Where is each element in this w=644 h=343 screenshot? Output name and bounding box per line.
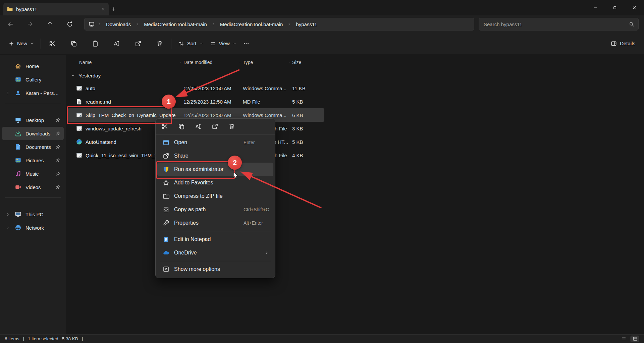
share-button[interactable]	[211, 122, 219, 131]
open-icon	[163, 139, 169, 146]
menu-item-open[interactable]: OpenEnter	[157, 136, 273, 149]
copy-button[interactable]	[177, 122, 186, 131]
sidebar-item-downloads[interactable]: Downloads	[2, 127, 64, 140]
menu-item-compress-to-zip-file[interactable]: Compress to ZIP file	[157, 189, 273, 203]
details-pane-button[interactable]: Details	[607, 38, 639, 49]
back-button[interactable]	[4, 18, 17, 31]
more-options-button[interactable]	[240, 38, 253, 49]
title-bar: bypass11	[0, 0, 644, 15]
menu-item-properties[interactable]: PropertiesAlt+Enter	[157, 216, 273, 230]
paste-button[interactable]	[89, 38, 102, 50]
sidebar-item-home[interactable]: Home	[2, 59, 64, 73]
search-box[interactable]	[479, 18, 639, 31]
column-header-date-modified[interactable]: Date modified	[181, 60, 240, 65]
thumbnail-view-button[interactable]	[631, 336, 639, 342]
copy-button[interactable]	[67, 38, 80, 50]
breadcrumb-segment[interactable]: bypass11	[294, 21, 319, 28]
sidebar-item-music[interactable]: Music	[2, 167, 64, 180]
monitor-icon	[89, 21, 95, 27]
file-name: readme.md	[86, 99, 111, 105]
rename-button[interactable]	[110, 38, 123, 50]
this-pc-icon	[15, 211, 21, 218]
sidebar-item-label: Home	[25, 63, 60, 69]
chevron-right-icon	[265, 251, 269, 255]
sidebar-item-gallery[interactable]: Gallery	[2, 73, 64, 86]
menu-item-share[interactable]: Share	[157, 149, 273, 163]
column-header-size[interactable]: Size	[289, 60, 324, 65]
sidebar-divider	[5, 197, 61, 197]
view-button[interactable]: View	[207, 38, 240, 49]
pin-icon	[55, 171, 60, 176]
address-bar[interactable]: DownloadsMediaCreationTool.bat-mainMedia…	[84, 18, 474, 31]
new-button[interactable]: New	[5, 38, 37, 49]
minimize-button[interactable]	[586, 0, 605, 15]
new-plus-icon	[9, 41, 14, 46]
close-button[interactable]	[625, 0, 644, 15]
column-header-type[interactable]: Type	[240, 60, 289, 65]
status-bar: 6 items | 1 item selected 5.38 KB |	[0, 334, 644, 343]
tab-close-icon[interactable]	[101, 7, 105, 11]
properties-icon	[163, 220, 169, 226]
refresh-button[interactable]	[63, 18, 76, 31]
sidebar-item-karan-personal[interactable]: Karan - Personal	[2, 86, 64, 100]
navigation-buttons	[4, 18, 76, 31]
sidebar-item-this-pc[interactable]: This PC	[2, 208, 64, 221]
menu-item-shortcut: Ctrl+Shift+C	[244, 207, 269, 212]
delete-icon	[156, 40, 163, 47]
sidebar-item-documents[interactable]: Documents	[2, 140, 64, 154]
list-view-icon	[621, 336, 626, 341]
file-list-pane: Name Date modified Type Size Yesterday a…	[66, 55, 644, 334]
toolbar-separator	[171, 39, 171, 49]
address-row: DownloadsMediaCreationTool.bat-mainMedia…	[0, 15, 644, 33]
toolbar-icon-buttons	[46, 38, 166, 50]
search-input[interactable]	[483, 21, 626, 27]
new-tab-button[interactable]	[108, 4, 119, 14]
file-row-auto[interactable]: auto12/25/2023 12:50 AMWindows Comma...1…	[68, 81, 324, 95]
menu-item-label: Properties	[174, 220, 199, 226]
rename-button[interactable]	[194, 122, 203, 131]
sidebar-item-pictures[interactable]: Pictures	[2, 154, 64, 167]
delete-button[interactable]	[153, 38, 166, 50]
cut-button[interactable]	[46, 38, 59, 50]
explorer-tab[interactable]: bypass11	[3, 3, 109, 15]
sidebar-item-network[interactable]: Network	[2, 221, 64, 234]
chevron-right-icon	[6, 91, 15, 95]
pictures-icon	[15, 157, 21, 164]
breadcrumb-segment[interactable]: Downloads	[104, 21, 132, 28]
sort-button-label: Sort	[187, 41, 197, 46]
sidebar-item-videos[interactable]: Videos	[2, 180, 64, 194]
forward-button[interactable]	[24, 18, 37, 31]
details-view-button[interactable]	[619, 336, 628, 342]
music-icon	[15, 170, 21, 177]
pin-icon	[55, 185, 60, 190]
menu-item-label: Edit in Notepad	[174, 236, 211, 242]
up-button[interactable]	[44, 18, 56, 31]
menu-item-show-more-options[interactable]: Show more options	[157, 263, 273, 276]
menu-item-edit-in-notepad[interactable]: Edit in Notepad	[157, 233, 273, 246]
menu-item-add-to-favorites[interactable]: Add to Favorites	[157, 176, 273, 189]
share-button[interactable]	[131, 38, 145, 50]
menu-item-run-as-administrator[interactable]: Run as administrator	[157, 163, 273, 176]
file-name-cell: readme.md	[68, 98, 181, 105]
breadcrumb-segment[interactable]: MediaCreationTool.bat-main	[218, 21, 285, 28]
pin-icon	[55, 145, 60, 150]
chevron-down-icon	[71, 73, 75, 77]
column-header-name[interactable]: Name	[68, 60, 181, 65]
menu-item-onedrive[interactable]: OneDrive	[157, 246, 273, 260]
file-name-cell: auto	[68, 85, 181, 92]
file-row-readme-md[interactable]: readme.md12/25/2023 12:50 AMMD File5 KB	[68, 95, 324, 108]
rename-icon	[113, 40, 120, 47]
maximize-button[interactable]	[605, 0, 625, 15]
sort-button[interactable]: Sort	[175, 38, 207, 49]
selection-size: 5.38 KB	[62, 336, 78, 341]
group-header[interactable]: Yesterday	[68, 69, 101, 82]
delete-button[interactable]	[227, 122, 236, 131]
breadcrumb-segment[interactable]: MediaCreationTool.bat-main	[142, 21, 209, 28]
network-icon	[15, 224, 21, 231]
sidebar-item-desktop[interactable]: Desktop	[2, 113, 64, 127]
menu-divider	[160, 261, 271, 261]
sidebar-item-label: Documents	[25, 144, 53, 150]
cut-button[interactable]	[160, 122, 169, 131]
search-icon[interactable]	[629, 21, 634, 27]
menu-item-copy-as-path[interactable]: Copy as pathCtrl+Shift+C	[157, 203, 273, 216]
